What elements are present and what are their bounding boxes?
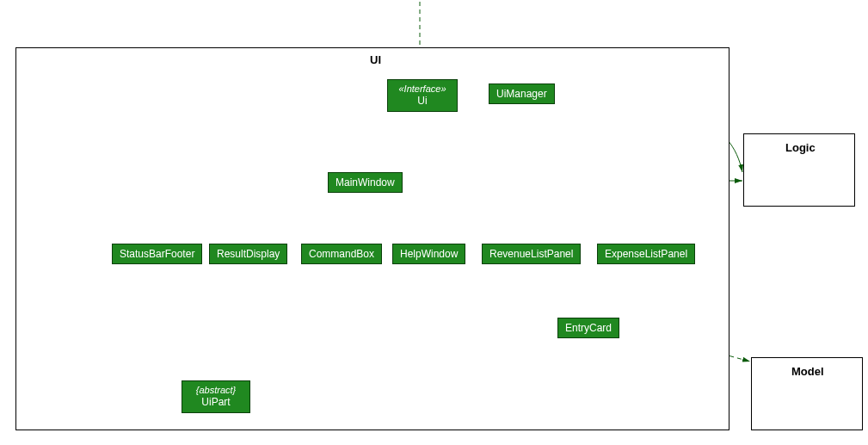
- package-logic-box: Logic: [743, 133, 855, 207]
- class-uipart: {abstract} UiPart: [182, 380, 250, 413]
- class-mainwindow: MainWindow: [328, 172, 403, 193]
- class-commandbox: CommandBox: [301, 244, 382, 264]
- class-expenselistpanel: ExpenseListPanel: [597, 244, 695, 264]
- class-uipart-stereo: {abstract}: [189, 385, 243, 396]
- class-ui-interface-stereo: «Interface»: [395, 83, 450, 95]
- class-statusbarfooter: StatusBarFooter: [112, 244, 202, 264]
- package-model-box: Model: [751, 357, 863, 430]
- package-ui-title: UI: [370, 53, 381, 66]
- diagram-canvas: UI Logic Model «Interface» Ui UiManager …: [0, 0, 868, 445]
- package-logic-title: Logic: [785, 141, 816, 154]
- class-ui-interface: «Interface» Ui: [387, 79, 458, 112]
- class-resultdisplay: ResultDisplay: [209, 244, 287, 264]
- class-ui-interface-name: Ui: [395, 95, 450, 107]
- class-uimanager: UiManager: [489, 83, 555, 104]
- package-model-title: Model: [791, 365, 824, 378]
- class-helpwindow: HelpWindow: [392, 244, 465, 264]
- class-entrycard: EntryCard: [557, 318, 619, 338]
- package-ui-box: [15, 47, 729, 430]
- class-uipart-name: UiPart: [189, 396, 243, 408]
- class-revenuelistpanel: RevenueListPanel: [482, 244, 581, 264]
